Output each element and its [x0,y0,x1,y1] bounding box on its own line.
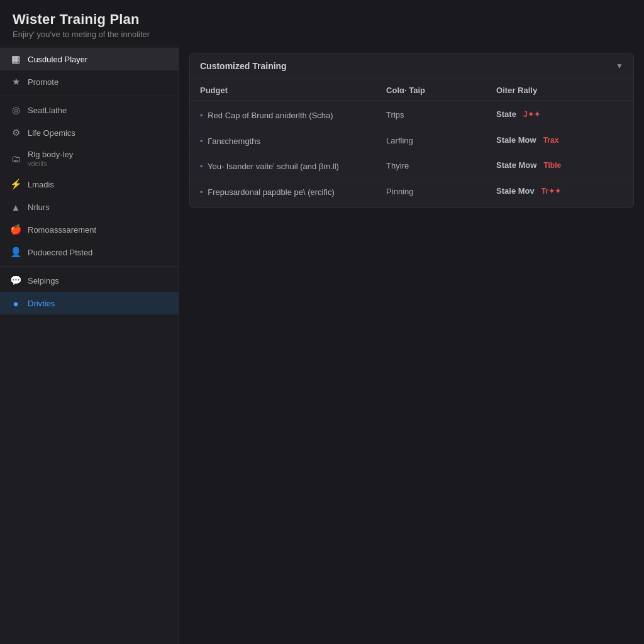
status-tag-1: J✦✦ [520,109,543,119]
state-label-1: State [496,109,516,119]
sidebar-item-label: Life Opemics [28,128,75,138]
cell-col-taip-3: Thyire [386,160,496,170]
sidebar-item-label: Puduecred Ptsted [28,248,92,257]
lightning-icon: ⚡ [10,179,21,190]
bullet-icon: • [200,162,203,171]
table-header: Pudget Colα· Taip Oiter Rally [190,79,633,101]
sidebar-item-selpings[interactable]: 💬 Selpings [0,269,179,292]
sidebar-item-seatllathe[interactable]: ◎ SeatLlathe [0,99,179,121]
state-label-2: Stale Mow [496,135,536,145]
panel-header[interactable]: Customized Training ▼ [190,53,633,79]
circle-icon: ◎ [10,104,21,116]
folder-icon: 🗂 [10,153,21,164]
status-tag-3: Tible [540,160,564,170]
cell-col-taip-1: Trips [386,109,496,119]
table-row: • Γanεchemgths Larfling Stale Mow Trax [190,129,633,155]
star-icon: ★ [10,76,21,87]
sidebar-divider [0,96,179,96]
person-icon: 👤 [10,247,21,258]
sidebar-item-rig-body[interactable]: 🗂 Rlg body-ley vdeiils [0,144,179,173]
col-header-budget: Pudget [200,86,386,95]
app-header: Wister Trainig Plan Enjiry' you've to me… [0,0,644,45]
sidebar-item-label: Cusduled Player [28,55,87,64]
sidebar-item-label: SeatLlathe [28,106,67,115]
sidebar-item-label: Selpings [28,276,59,286]
col-header-other-rally: Oiter Rally [496,86,623,95]
table-row: • Red Cap of Brund aniderlth (Scha) Trip… [190,103,633,129]
cell-other-rally-4: Staie Mov Tr✦✦ [496,186,623,196]
sidebar-item-label: Romoasssarement [28,225,96,235]
sidebar-item-label: Drivties [28,299,55,308]
cell-budget-3: • You- Isander vaite' schuil (and βm.ll) [200,160,386,173]
triangle-icon: ▲ [10,201,21,213]
sidebar-text-block: Rlg body-ley vdeiils [28,150,73,167]
cell-other-rally-2: Stale Mow Trax [496,135,623,145]
cell-other-rally-1: State J✦✦ [496,109,623,119]
dot-icon: ● [10,297,21,309]
sidebar-item-promote[interactable]: ★ Promote [0,70,179,93]
sidebar-item-label: Nrlurs [28,203,50,212]
cell-col-taip-2: Larfling [386,135,496,145]
col-header-col-taip: Colα· Taip [386,86,496,95]
apple-icon: 🍎 [10,224,21,235]
sidebar-item-nrlurs[interactable]: ▲ Nrlurs [0,196,179,218]
sidebar-item-life-opemics[interactable]: ⚙ Life Opemics [0,121,179,144]
table-row: • Frepusardonal papdble pe\ (ercific) Pi… [190,180,633,205]
table-body: • Red Cap of Brund aniderlth (Scha) Trip… [190,101,633,207]
status-tag-2: Trax [540,135,562,145]
page-subtitle: Enjiry' you've to meting of the innolite… [13,30,631,39]
sidebar-item-drivties[interactable]: ● Drivties [0,292,179,314]
training-panel: Customized Training ▼ Pudget Colα· Taip … [189,53,634,208]
state-label-4: Staie Mov [496,186,535,196]
table-row: • You- Isander vaite' schuil (and βm.ll)… [190,154,633,180]
sidebar-divider-2 [0,266,179,267]
cell-budget-4: • Frepusardonal papdble pe\ (ercific) [200,186,386,199]
sidebar-item-puduecred-ptsted[interactable]: 👤 Puduecred Ptsted [0,241,179,264]
bullet-icon: • [200,187,203,197]
training-table: Pudget Colα· Taip Oiter Rally • Red Cap … [190,79,633,207]
grid-icon: ▦ [10,53,21,65]
cell-budget-2: • Γanεchemgths [200,135,386,148]
cell-budget-1: • Red Cap of Brund aniderlth (Scha) [200,109,386,122]
status-tag-4: Tr✦✦ [538,186,564,196]
chat-icon: 💬 [10,275,21,286]
sidebar-item-sublabel: vdeiils [28,160,73,167]
gear-icon: ⚙ [10,127,21,138]
cell-other-rally-3: State Mow Tible [496,160,623,170]
sidebar-item-romoasssarement[interactable]: 🍎 Romoasssarement [0,218,179,241]
sidebar-item-label: Rlg body-ley [28,150,73,159]
bullet-icon: • [200,136,203,146]
sidebar: ▦ Cusduled Player ★ Promote ◎ SeatLlathe… [0,45,179,644]
cell-col-taip-4: Pinning [386,186,496,196]
chevron-down-icon: ▼ [616,62,623,70]
page-title: Wister Trainig Plan [13,11,631,28]
sidebar-item-label: Lmadis [28,180,54,189]
content-area: Customized Training ▼ Pudget Colα· Taip … [179,45,644,644]
sidebar-item-label: Promote [28,77,58,87]
state-label-3: State Mow [496,160,536,170]
sidebar-item-lmadis[interactable]: ⚡ Lmadis [0,173,179,196]
panel-title: Customized Training [200,61,287,71]
sidebar-item-cusduled-player[interactable]: ▦ Cusduled Player [0,48,179,70]
bullet-icon: • [200,111,203,120]
